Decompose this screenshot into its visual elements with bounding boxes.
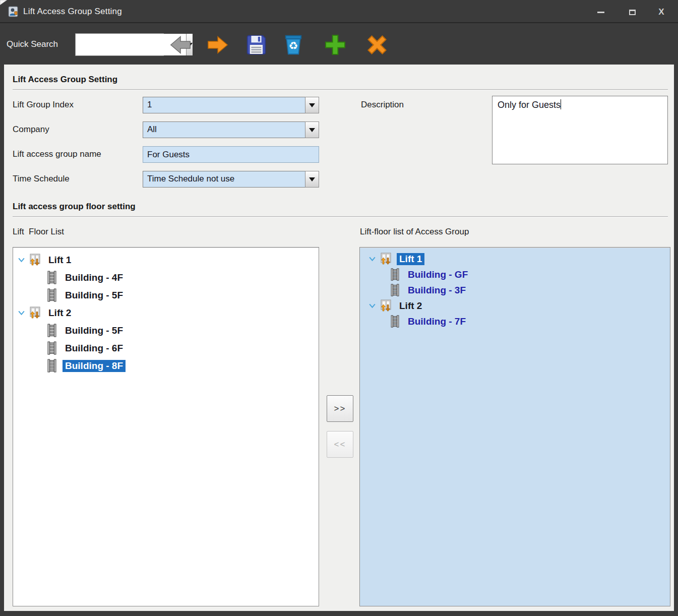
tree-item-floor[interactable]: Building - 5F bbox=[13, 286, 319, 304]
back-arrow-icon bbox=[168, 33, 193, 56]
save-button[interactable] bbox=[242, 31, 270, 58]
company-label: Company bbox=[13, 125, 49, 135]
back-button[interactable] bbox=[167, 31, 194, 58]
chevron-expand-icon[interactable] bbox=[16, 309, 27, 317]
tree-item-floor-selected[interactable]: Building - 8F bbox=[13, 357, 319, 375]
description-textarea[interactable]: Only for Guests bbox=[492, 96, 668, 164]
close-window-button[interactable]: X bbox=[654, 7, 668, 18]
tree-item-lift[interactable]: Lift 2 bbox=[360, 298, 670, 314]
access-group-floor-panel[interactable]: Lift 1 Building - GF Building - 3F bbox=[359, 247, 670, 606]
add-button[interactable] bbox=[322, 31, 349, 58]
floor-icon bbox=[389, 315, 401, 328]
floor-icon bbox=[46, 341, 58, 355]
section-title-group-setting: Lift Access Group Setting bbox=[13, 75, 117, 85]
floor-icon bbox=[46, 323, 58, 338]
section-divider bbox=[13, 89, 668, 90]
delete-button[interactable]: ♻ bbox=[280, 31, 307, 58]
floor-icon bbox=[389, 268, 401, 281]
lift-icon bbox=[379, 253, 392, 266]
chevron-expand-icon[interactable] bbox=[366, 301, 378, 310]
x-icon bbox=[364, 32, 390, 57]
quick-search-combobox[interactable] bbox=[75, 33, 164, 56]
floor-icon bbox=[46, 288, 58, 302]
access-group-list-label: Lift-floor list of Access Group bbox=[360, 227, 469, 237]
lift-access-group-window: Lift Access Group Setting X Quick Search bbox=[0, 0, 678, 616]
move-right-button[interactable]: >> bbox=[327, 395, 353, 422]
window-title: Lift Access Group Setting bbox=[23, 0, 122, 23]
tree-item-lift-selected[interactable]: Lift 1 bbox=[360, 251, 670, 267]
move-left-button[interactable]: << bbox=[327, 431, 353, 458]
tree-item-floor[interactable]: Building - 5F bbox=[13, 322, 319, 339]
tree-item-lift[interactable]: Lift 1 bbox=[13, 251, 319, 269]
maximize-button[interactable] bbox=[625, 7, 639, 18]
chevron-down-icon bbox=[309, 128, 315, 132]
recycle-bin-icon: ♻ bbox=[282, 33, 305, 56]
chevron-expand-icon[interactable] bbox=[366, 255, 378, 263]
quick-search-label: Quick Search bbox=[7, 24, 58, 65]
forward-button[interactable] bbox=[204, 31, 231, 58]
chevron-down-icon bbox=[309, 103, 315, 107]
tree-item-lift[interactable]: Lift 2 bbox=[13, 304, 319, 322]
lift-icon bbox=[379, 299, 392, 313]
lift-group-index-label: Lift Group Index bbox=[13, 100, 74, 110]
time-schedule-label: Time Schedule bbox=[13, 174, 70, 184]
chevron-expand-icon[interactable] bbox=[16, 256, 27, 264]
section-title-floor-setting: Lift access group floor setting bbox=[13, 202, 136, 212]
combobox-dropdown-button[interactable] bbox=[305, 171, 319, 188]
group-name-label: Lift access group name bbox=[13, 149, 101, 159]
floor-icon bbox=[46, 358, 58, 373]
tree-item-floor[interactable]: Building - 4F bbox=[13, 269, 319, 286]
minimize-button[interactable] bbox=[594, 7, 608, 18]
lift-icon bbox=[28, 306, 41, 320]
save-icon bbox=[244, 33, 268, 56]
combobox-dropdown-button[interactable] bbox=[305, 97, 319, 113]
lift-icon bbox=[28, 254, 41, 267]
app-icon bbox=[7, 6, 19, 18]
tree-item-floor[interactable]: Building - 7F bbox=[360, 314, 670, 329]
floor-icon bbox=[389, 283, 401, 297]
title-bar: Lift Access Group Setting X bbox=[0, 0, 678, 23]
close-record-button[interactable] bbox=[363, 31, 391, 58]
time-schedule-combobox[interactable]: Time Schedule not use bbox=[143, 171, 319, 188]
combobox-dropdown-button[interactable] bbox=[305, 121, 319, 138]
tree-item-floor[interactable]: Building - GF bbox=[360, 267, 670, 282]
tree-item-floor[interactable]: Building - 3F bbox=[360, 282, 670, 298]
tree-item-floor[interactable]: Building - 6F bbox=[13, 339, 319, 357]
svg-text:♻: ♻ bbox=[289, 39, 298, 52]
lift-group-index-combobox[interactable]: 1 bbox=[143, 97, 319, 113]
section-divider bbox=[13, 216, 668, 217]
group-name-input[interactable] bbox=[143, 146, 319, 163]
chevron-down-icon bbox=[309, 177, 315, 181]
lift-floor-list-panel[interactable]: Lift 1 Building - 4F Building - 5F bbox=[13, 247, 319, 606]
floor-icon bbox=[46, 270, 58, 285]
plus-icon bbox=[323, 33, 347, 57]
description-label: Description bbox=[361, 100, 404, 110]
text-caret bbox=[561, 99, 561, 109]
toolbar: Quick Search bbox=[0, 24, 678, 65]
forward-arrow-icon bbox=[205, 33, 230, 56]
company-combobox[interactable]: All bbox=[143, 121, 319, 138]
lift-floor-list-label: Lift Floor List bbox=[13, 227, 64, 237]
mouse-cursor-artifact bbox=[0, 0, 7, 5]
